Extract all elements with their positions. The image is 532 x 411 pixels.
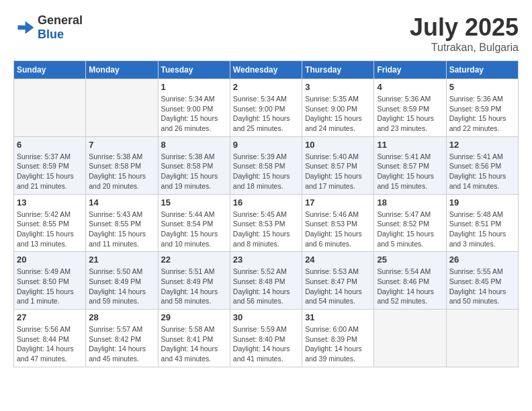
- calendar-table: SundayMondayTuesdayWednesdayThursdayFrid…: [13, 60, 519, 367]
- weekday-row: SundayMondayTuesdayWednesdayThursdayFrid…: [14, 61, 519, 79]
- calendar-cell: [86, 79, 158, 137]
- day-number: 26: [449, 255, 515, 265]
- day-number: 14: [89, 197, 154, 208]
- day-info: Sunrise: 5:56 AM Sunset: 8:44 PM Dayligh…: [17, 324, 83, 364]
- weekday-header-sunday: Sunday: [14, 61, 86, 79]
- day-number: 29: [161, 312, 227, 322]
- calendar-cell: 17Sunrise: 5:46 AM Sunset: 8:53 PM Dayli…: [302, 194, 374, 252]
- day-info: Sunrise: 5:57 AM Sunset: 8:42 PM Dayligh…: [89, 324, 154, 364]
- day-info: Sunrise: 5:44 AM Sunset: 8:54 PM Dayligh…: [161, 210, 227, 249]
- day-info: Sunrise: 5:38 AM Sunset: 8:58 PM Dayligh…: [89, 152, 154, 191]
- day-info: Sunrise: 5:36 AM Sunset: 8:59 PM Dayligh…: [449, 94, 515, 134]
- day-number: 5: [449, 82, 515, 92]
- calendar-cell: [14, 79, 86, 137]
- calendar-cell: 29Sunrise: 5:58 AM Sunset: 8:41 PM Dayli…: [158, 310, 230, 367]
- day-info: Sunrise: 5:41 AM Sunset: 8:56 PM Dayligh…: [449, 152, 515, 191]
- calendar-cell: 18Sunrise: 5:47 AM Sunset: 8:52 PM Dayli…: [374, 194, 446, 252]
- day-number: 24: [305, 255, 371, 265]
- calendar-cell: 22Sunrise: 5:51 AM Sunset: 8:49 PM Dayli…: [158, 252, 230, 310]
- calendar-cell: 16Sunrise: 5:45 AM Sunset: 8:53 PM Dayli…: [230, 194, 302, 252]
- day-info: Sunrise: 5:36 AM Sunset: 8:59 PM Dayligh…: [377, 94, 443, 134]
- day-info: Sunrise: 5:54 AM Sunset: 8:46 PM Dayligh…: [377, 267, 443, 306]
- logo-text-general: General: [38, 13, 83, 27]
- day-info: Sunrise: 5:51 AM Sunset: 8:49 PM Dayligh…: [161, 267, 227, 306]
- calendar-week-4: 20Sunrise: 5:49 AM Sunset: 8:50 PM Dayli…: [14, 252, 519, 310]
- calendar-cell: 10Sunrise: 5:40 AM Sunset: 8:57 PM Dayli…: [302, 136, 374, 194]
- day-number: 8: [161, 140, 227, 150]
- month-year-title: July 2025: [410, 13, 519, 42]
- day-info: Sunrise: 5:41 AM Sunset: 8:57 PM Dayligh…: [377, 152, 443, 191]
- weekday-header-wednesday: Wednesday: [230, 61, 302, 79]
- day-info: Sunrise: 5:50 AM Sunset: 8:49 PM Dayligh…: [89, 267, 154, 306]
- title-block: July 2025 Tutrakan, Bulgaria: [410, 13, 519, 54]
- day-info: Sunrise: 5:52 AM Sunset: 8:48 PM Dayligh…: [233, 267, 299, 306]
- day-info: Sunrise: 5:58 AM Sunset: 8:41 PM Dayligh…: [161, 324, 227, 364]
- calendar-cell: 5Sunrise: 5:36 AM Sunset: 8:59 PM Daylig…: [446, 79, 518, 137]
- location-subtitle: Tutrakan, Bulgaria: [410, 42, 519, 54]
- calendar-cell: 19Sunrise: 5:48 AM Sunset: 8:51 PM Dayli…: [446, 194, 518, 252]
- day-info: Sunrise: 5:38 AM Sunset: 8:58 PM Dayligh…: [161, 152, 227, 191]
- calendar-cell: 21Sunrise: 5:50 AM Sunset: 8:49 PM Dayli…: [86, 252, 158, 310]
- calendar-cell: 28Sunrise: 5:57 AM Sunset: 8:42 PM Dayli…: [86, 310, 158, 367]
- calendar-week-2: 6Sunrise: 5:37 AM Sunset: 8:59 PM Daylig…: [14, 136, 519, 194]
- day-info: Sunrise: 5:42 AM Sunset: 8:55 PM Dayligh…: [17, 210, 83, 249]
- day-number: 20: [17, 255, 83, 265]
- weekday-header-saturday: Saturday: [446, 61, 518, 79]
- calendar-cell: 20Sunrise: 5:49 AM Sunset: 8:50 PM Dayli…: [14, 252, 86, 310]
- calendar-cell: 8Sunrise: 5:38 AM Sunset: 8:58 PM Daylig…: [158, 136, 230, 194]
- calendar-body: 1Sunrise: 5:34 AM Sunset: 9:00 PM Daylig…: [14, 79, 519, 367]
- calendar-cell: 26Sunrise: 5:55 AM Sunset: 8:45 PM Dayli…: [446, 252, 518, 310]
- calendar-cell: 14Sunrise: 5:43 AM Sunset: 8:55 PM Dayli…: [86, 194, 158, 252]
- logo-icon: [13, 17, 35, 38]
- day-number: 21: [89, 255, 154, 265]
- weekday-header-monday: Monday: [86, 61, 158, 79]
- day-info: Sunrise: 5:34 AM Sunset: 9:00 PM Dayligh…: [233, 94, 299, 134]
- day-info: Sunrise: 5:53 AM Sunset: 8:47 PM Dayligh…: [305, 267, 371, 306]
- day-info: Sunrise: 5:40 AM Sunset: 8:57 PM Dayligh…: [305, 152, 371, 191]
- day-number: 23: [233, 255, 299, 265]
- page-header: General Blue July 2025 Tutrakan, Bulgari…: [13, 13, 519, 54]
- day-number: 1: [161, 82, 227, 92]
- day-number: 10: [305, 140, 371, 150]
- day-info: Sunrise: 5:45 AM Sunset: 8:53 PM Dayligh…: [233, 210, 299, 249]
- day-number: 27: [17, 312, 83, 322]
- day-number: 6: [17, 140, 83, 150]
- day-info: Sunrise: 5:48 AM Sunset: 8:51 PM Dayligh…: [449, 210, 515, 249]
- day-number: 15: [161, 197, 227, 208]
- calendar-cell: 13Sunrise: 5:42 AM Sunset: 8:55 PM Dayli…: [14, 194, 86, 252]
- calendar-cell: [446, 310, 518, 367]
- calendar-cell: 25Sunrise: 5:54 AM Sunset: 8:46 PM Dayli…: [374, 252, 446, 310]
- day-number: 31: [305, 312, 371, 322]
- calendar-cell: 31Sunrise: 6:00 AM Sunset: 8:39 PM Dayli…: [302, 310, 374, 367]
- day-number: 25: [377, 255, 443, 265]
- day-info: Sunrise: 5:49 AM Sunset: 8:50 PM Dayligh…: [17, 267, 83, 306]
- calendar-header: SundayMondayTuesdayWednesdayThursdayFrid…: [14, 61, 519, 79]
- weekday-header-thursday: Thursday: [302, 61, 374, 79]
- calendar-cell: 27Sunrise: 5:56 AM Sunset: 8:44 PM Dayli…: [14, 310, 86, 367]
- calendar-cell: [374, 310, 446, 367]
- day-number: 3: [305, 82, 371, 92]
- day-number: 16: [233, 197, 299, 208]
- calendar-week-3: 13Sunrise: 5:42 AM Sunset: 8:55 PM Dayli…: [14, 194, 519, 252]
- day-number: 22: [161, 255, 227, 265]
- day-info: Sunrise: 6:00 AM Sunset: 8:39 PM Dayligh…: [305, 324, 371, 364]
- day-info: Sunrise: 5:43 AM Sunset: 8:55 PM Dayligh…: [89, 210, 154, 249]
- day-number: 13: [17, 197, 83, 208]
- calendar-cell: 9Sunrise: 5:39 AM Sunset: 8:58 PM Daylig…: [230, 136, 302, 194]
- calendar-cell: 7Sunrise: 5:38 AM Sunset: 8:58 PM Daylig…: [86, 136, 158, 194]
- day-number: 2: [233, 82, 299, 92]
- day-info: Sunrise: 5:35 AM Sunset: 9:00 PM Dayligh…: [305, 94, 371, 134]
- calendar-cell: 24Sunrise: 5:53 AM Sunset: 8:47 PM Dayli…: [302, 252, 374, 310]
- calendar-cell: 15Sunrise: 5:44 AM Sunset: 8:54 PM Dayli…: [158, 194, 230, 252]
- calendar-cell: 11Sunrise: 5:41 AM Sunset: 8:57 PM Dayli…: [374, 136, 446, 194]
- day-info: Sunrise: 5:34 AM Sunset: 9:00 PM Dayligh…: [161, 94, 227, 134]
- weekday-header-tuesday: Tuesday: [158, 61, 230, 79]
- calendar-cell: 2Sunrise: 5:34 AM Sunset: 9:00 PM Daylig…: [230, 79, 302, 137]
- day-info: Sunrise: 5:47 AM Sunset: 8:52 PM Dayligh…: [377, 210, 443, 249]
- calendar-week-5: 27Sunrise: 5:56 AM Sunset: 8:44 PM Dayli…: [14, 310, 519, 367]
- calendar-cell: 30Sunrise: 5:59 AM Sunset: 8:40 PM Dayli…: [230, 310, 302, 367]
- day-number: 11: [377, 140, 443, 150]
- calendar-cell: 12Sunrise: 5:41 AM Sunset: 8:56 PM Dayli…: [446, 136, 518, 194]
- calendar-cell: 4Sunrise: 5:36 AM Sunset: 8:59 PM Daylig…: [374, 79, 446, 137]
- day-number: 4: [377, 82, 443, 92]
